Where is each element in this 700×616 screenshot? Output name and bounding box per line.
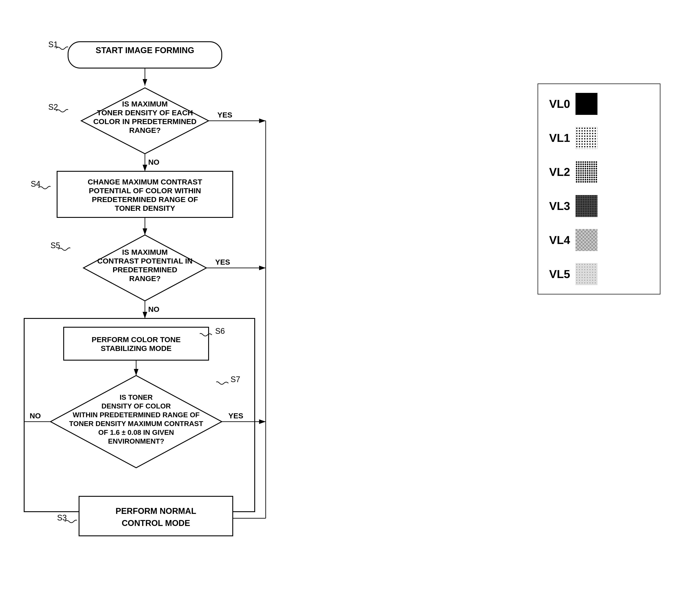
- legend-item-vl2: VL2: [549, 161, 649, 183]
- svg-text:CHANGE MAXIMUM CONTRAST: CHANGE MAXIMUM CONTRAST: [88, 178, 202, 186]
- legend-swatch-vl0: [575, 93, 598, 115]
- svg-text:YES: YES: [228, 411, 243, 420]
- svg-rect-62: [575, 161, 598, 183]
- svg-text:S7: S7: [230, 375, 240, 384]
- legend-label-vl2: VL2: [549, 165, 575, 178]
- svg-text:TONER DENSITY MAXIMUM CONTRAST: TONER DENSITY MAXIMUM CONTRAST: [69, 420, 203, 428]
- svg-text:CONTROL MODE: CONTROL MODE: [122, 518, 190, 528]
- legend-label-vl4: VL4: [549, 233, 575, 247]
- svg-rect-53: [79, 496, 233, 536]
- legend-item-vl4: VL4: [549, 229, 649, 251]
- svg-text:RANGE?: RANGE?: [129, 274, 161, 283]
- svg-text:START IMAGE FORMING: START IMAGE FORMING: [96, 46, 194, 55]
- svg-text:YES: YES: [217, 111, 232, 119]
- svg-text:POTENTIAL OF COLOR WITHIN: POTENTIAL OF COLOR WITHIN: [89, 186, 201, 195]
- svg-text:YES: YES: [215, 258, 230, 266]
- svg-text:PERFORM NORMAL: PERFORM NORMAL: [115, 506, 196, 516]
- svg-text:IS MAXIMUM: IS MAXIMUM: [122, 100, 168, 108]
- svg-text:NO: NO: [148, 158, 159, 166]
- svg-text:S6: S6: [215, 327, 225, 335]
- legend-item-vl5: VL5: [549, 263, 649, 285]
- svg-rect-70: [575, 229, 598, 251]
- legend-item-vl1: VL1: [549, 127, 649, 149]
- legend-label-vl3: VL3: [549, 199, 575, 212]
- svg-text:OF 1.6 ± 0.08 IN GIVEN: OF 1.6 ± 0.08 IN GIVEN: [98, 429, 174, 436]
- svg-rect-57: [575, 93, 598, 115]
- legend-swatch-vl3: [575, 195, 598, 217]
- svg-text:WITHIN PREDETERMINED RANGE OF: WITHIN PREDETERMINED RANGE OF: [73, 411, 200, 419]
- svg-text:TONER DENSITY OF EACH: TONER DENSITY OF EACH: [97, 109, 193, 117]
- svg-rect-60: [575, 127, 598, 149]
- svg-text:NO: NO: [148, 305, 159, 313]
- flowchart-diagram: START IMAGE FORMING S1 IS MAXIMUM TONER …: [13, 13, 332, 595]
- svg-rect-33: [64, 327, 209, 360]
- legend-swatch-vl1: [575, 127, 598, 149]
- svg-text:DENSITY OF COLOR: DENSITY OF COLOR: [101, 402, 171, 410]
- legend-label-vl5: VL5: [549, 268, 575, 281]
- legend-swatch-vl5: [575, 263, 598, 285]
- legend-swatch-vl2: [575, 161, 598, 183]
- legend-swatch-vl4: [575, 229, 598, 251]
- svg-text:NO: NO: [30, 411, 41, 420]
- svg-rect-73: [575, 263, 598, 285]
- svg-text:ENVIRONMENT?: ENVIRONMENT?: [108, 437, 164, 445]
- svg-text:COLOR IN PREDETERMINED: COLOR IN PREDETERMINED: [93, 117, 197, 126]
- svg-rect-65: [575, 195, 598, 217]
- svg-text:TONER DENSITY: TONER DENSITY: [115, 204, 175, 212]
- svg-text:IS TONER: IS TONER: [120, 393, 153, 401]
- svg-text:STABILIZING MODE: STABILIZING MODE: [101, 344, 172, 353]
- svg-text:PREDETERMINED RANGE OF: PREDETERMINED RANGE OF: [92, 195, 198, 204]
- legend-box: VL0 VL1 VL2 VL3: [538, 84, 661, 295]
- legend-item-vl3: VL3: [549, 195, 649, 217]
- legend-label-vl1: VL1: [549, 131, 575, 145]
- svg-text:RANGE?: RANGE?: [129, 126, 161, 134]
- svg-text:CONTRAST POTENTIAL IN: CONTRAST POTENTIAL IN: [97, 257, 192, 265]
- svg-text:IS MAXIMUM: IS MAXIMUM: [122, 248, 168, 256]
- legend-label-vl0: VL0: [549, 97, 575, 110]
- svg-text:PREDETERMINED: PREDETERMINED: [113, 266, 177, 274]
- svg-text:PERFORM COLOR TONE: PERFORM COLOR TONE: [91, 335, 181, 344]
- legend-item-vl0: VL0: [549, 93, 649, 115]
